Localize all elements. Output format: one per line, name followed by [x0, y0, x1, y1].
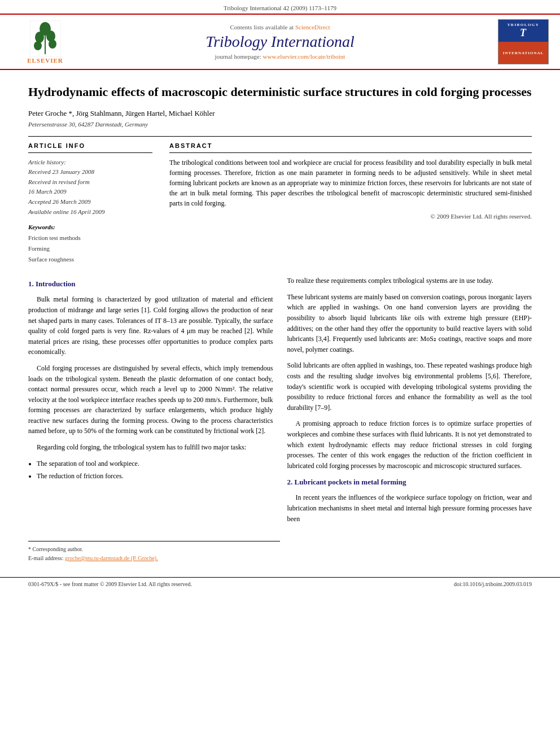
elsevier-wordmark: ELSEVIER: [27, 57, 63, 64]
body-para-1: Bulk metal forming is characterized by g…: [28, 294, 273, 357]
corresponding-author-label: * Corresponding author.: [28, 545, 532, 554]
footer-doi: doi:10.1016/j.triboint.2009.03.019: [454, 581, 532, 587]
article-content: Hydrodynamic effects of macroscopic dete…: [0, 84, 560, 264]
journal-header: ELSEVIER Contents lists available at Sci…: [0, 14, 560, 70]
body-col-right: To realize these requirements complex tr…: [287, 276, 532, 530]
abstract-text: The tribological conditions between tool…: [169, 158, 532, 208]
email-line: E-mail address: groche@ptu.tu-darmstadt.…: [28, 554, 532, 563]
keyword-3: Surface roughness: [28, 254, 152, 265]
bullet-item-2: The reduction of friction forces.: [37, 471, 273, 482]
footnote-text: * Corresponding author. E-mail address: …: [0, 545, 560, 563]
svg-point-5: [34, 41, 42, 50]
body-para-3: Regarding cold forging, the tribological…: [28, 442, 273, 453]
body-para-r1: To realize these requirements complex tr…: [287, 276, 532, 286]
journal-top-citation: Tribology International 42 (2009) 1173–1…: [0, 0, 560, 14]
abstract-divider: [169, 152, 532, 153]
body-para-r2: These lubricant systems are mainly based…: [287, 292, 532, 355]
footnote-divider: [28, 541, 280, 541]
info-divider: [28, 152, 152, 153]
info-abstract-section: ARTICLE INFO Article history: Received 2…: [28, 142, 532, 265]
footer-issn: 0301-679X/$ - see front matter © 2009 El…: [28, 581, 192, 587]
copyright: © 2009 Elsevier Ltd. All rights reserved…: [169, 213, 532, 220]
email-link[interactable]: groche@ptu.tu-darmstadt.de (P. Groche).: [65, 555, 158, 561]
revised-label: Received in revised form: [28, 177, 152, 187]
bullet-list: The separation of tool and workpiece. Th…: [37, 458, 273, 482]
body-para-r4: A promising approach to reduce friction …: [287, 418, 532, 471]
svg-point-3: [35, 32, 44, 43]
journal-title: Tribology International: [79, 33, 481, 51]
journal-homepage-line: journal homepage: www.elsevier.com/locat…: [79, 53, 481, 60]
svg-point-6: [49, 40, 56, 49]
keyword-1: Friction test methods: [28, 233, 152, 243]
elsevier-tree-icon: [30, 20, 61, 57]
section1-title: 1. Introduction: [28, 278, 273, 290]
body-col-left: 1. Introduction Bulk metal forming is ch…: [28, 276, 273, 530]
elsevier-logo-area: ELSEVIER: [11, 20, 79, 64]
journal-title-area: Contents lists available at ScienceDirec…: [79, 24, 481, 60]
abstract-col: ABSTRACT The tribological conditions bet…: [169, 142, 532, 265]
affiliation: Petersenstrasse 30, 64287 Darmstadt, Ger…: [28, 121, 532, 128]
authors-line: Peter Groche *, Jörg Stahlmann, Jürgen H…: [28, 109, 532, 118]
body-para-2: Cold forging processes are distinguished…: [28, 363, 273, 436]
main-body: 1. Introduction Bulk metal forming is ch…: [0, 276, 560, 530]
available-date: Available online 16 April 2009: [28, 207, 152, 217]
contents-available-line: Contents lists available at ScienceDirec…: [79, 24, 481, 30]
abstract-header: ABSTRACT: [169, 142, 532, 149]
tribology-logo: TRIBOLOGY T INTERNATIONAL: [498, 19, 549, 64]
article-info-col: ARTICLE INFO Article history: Received 2…: [28, 142, 152, 265]
bullet-item-1: The separation of tool and workpiece.: [37, 458, 273, 469]
revised-date: 16 March 2009: [28, 187, 152, 197]
history-label: Article history:: [28, 158, 152, 168]
tribology-logo-bottom: INTERNATIONAL: [498, 42, 548, 64]
divider-top: [28, 136, 532, 137]
article-info-header: ARTICLE INFO: [28, 142, 152, 149]
elsevier-logo: ELSEVIER: [11, 20, 79, 64]
body-para-s2-1: In recent years the influences of the wo…: [287, 492, 532, 524]
keywords-label: Keywords:: [28, 224, 152, 230]
page-footer: 0301-679X/$ - see front matter © 2009 El…: [0, 577, 560, 591]
page-container: Tribology International 42 (2009) 1173–1…: [0, 0, 560, 747]
article-history: Article history: Received 23 January 200…: [28, 158, 152, 217]
received-date: Received 23 January 2008: [28, 167, 152, 177]
article-title: Hydrodynamic effects of macroscopic dete…: [28, 84, 532, 101]
two-col-body: 1. Introduction Bulk metal forming is ch…: [28, 276, 532, 530]
keyword-2: Forming: [28, 243, 152, 254]
body-para-r3: Solid lubricants are often applied in wa…: [287, 360, 532, 413]
sciencedirect-link[interactable]: ScienceDirect: [295, 24, 330, 30]
tribology-logo-area: TRIBOLOGY T INTERNATIONAL: [481, 19, 549, 64]
section2-title: 2. Lubricant pockets in metal forming: [287, 477, 532, 488]
tribology-logo-top: TRIBOLOGY T: [498, 20, 548, 42]
keywords-section: Keywords: Friction test methods Forming …: [28, 224, 152, 264]
journal-homepage-link[interactable]: www.elsevier.com/locate/triboint: [263, 53, 345, 60]
accepted-date: Accepted 26 March 2009: [28, 197, 152, 207]
